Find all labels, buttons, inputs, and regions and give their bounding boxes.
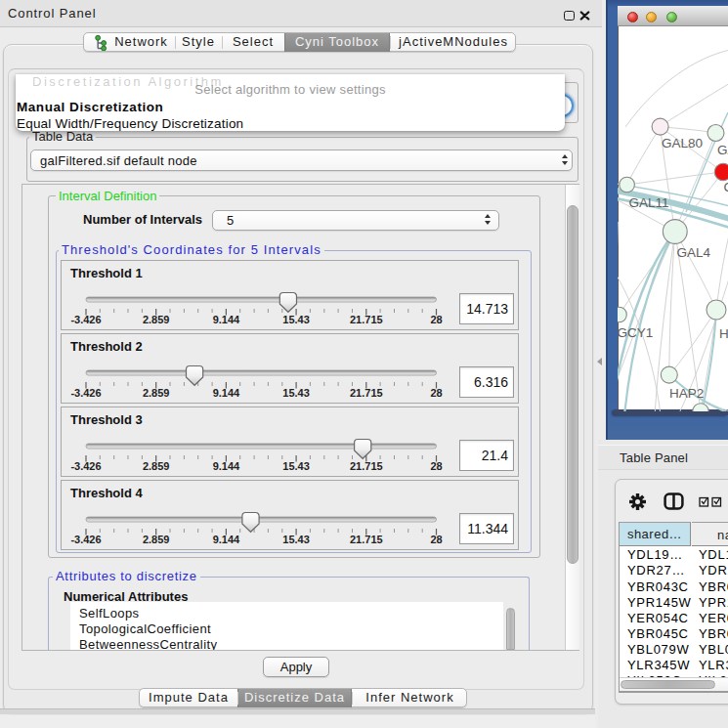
svg-text:GCY1: GCY1 [618,325,653,340]
svg-text:GAL80: GAL80 [662,136,703,150]
svg-text:GAL4: GAL4 [677,245,711,260]
svg-text:GAL11: GAL11 [629,195,669,210]
svg-text:H: H [719,326,728,341]
svg-text:CY: CY [724,180,728,194]
svg-text:HAP2: HAP2 [669,386,704,401]
svg-text:GAL2: GAL2 [717,143,728,157]
